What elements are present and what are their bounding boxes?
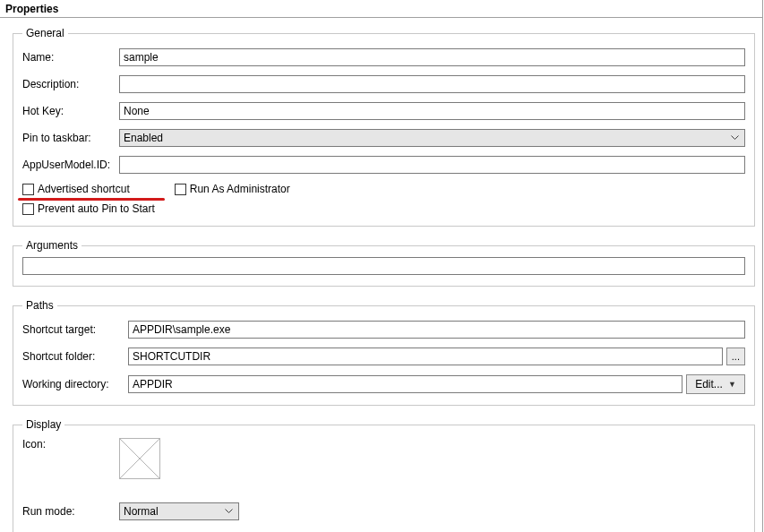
arguments-legend: Arguments [22, 239, 82, 252]
description-label: Description: [22, 78, 119, 90]
run-as-admin-checkbox[interactable]: Run As Administrator [175, 183, 290, 195]
shortcut-target-label: Shortcut target: [22, 323, 128, 336]
prevent-pin-label: Prevent auto Pin to Start [38, 202, 155, 215]
shortcut-folder-label: Shortcut folder: [22, 350, 128, 363]
appid-label: AppUserModel.ID: [22, 159, 119, 171]
shortcut-folder-input[interactable] [128, 348, 723, 365]
properties-panel: Properties General Name: Description: Ho… [0, 0, 763, 532]
dropdown-arrow-icon: ▼ [728, 380, 736, 389]
edit-button-label: Edit... [695, 378, 723, 390]
shortcut-target-input[interactable] [128, 321, 745, 339]
pin-select-value: Enabled [124, 132, 163, 144]
appusermodelid-input[interactable] [119, 156, 745, 174]
checkbox-icon [22, 203, 34, 215]
browse-folder-button[interactable]: ... [726, 348, 745, 365]
arguments-group: Arguments [13, 239, 755, 287]
hotkey-label: Hot Key: [22, 105, 119, 117]
run-as-admin-label: Run As Administrator [190, 183, 290, 195]
general-legend: General [22, 27, 68, 39]
checkbox-icon [175, 184, 186, 195]
working-directory-label: Working directory: [22, 378, 128, 390]
working-directory-input[interactable] [128, 375, 682, 393]
advertised-shortcut-label: Advertised shortcut [38, 183, 130, 195]
paths-group: Paths Shortcut target: Shortcut folder: … [13, 299, 755, 406]
panel-title: Properties [0, 0, 762, 18]
checkbox-icon [22, 184, 34, 195]
general-group: General Name: Description: Hot Key: [13, 27, 755, 227]
paths-legend: Paths [22, 299, 57, 312]
icon-placeholder[interactable] [119, 438, 160, 479]
arguments-input[interactable] [22, 257, 745, 275]
description-input[interactable] [119, 75, 745, 93]
chevron-down-icon [731, 135, 739, 141]
chevron-down-icon [225, 509, 233, 514]
name-input[interactable] [119, 48, 745, 66]
edit-working-directory-button[interactable]: Edit... ▼ [686, 374, 745, 394]
highlight-underline [18, 198, 165, 201]
ellipsis-icon: ... [732, 351, 740, 362]
run-mode-value: Normal [124, 505, 159, 518]
hotkey-input[interactable] [119, 102, 745, 120]
pin-to-taskbar-select[interactable]: Enabled [119, 129, 745, 147]
display-legend: Display [22, 418, 64, 431]
panel-content: General Name: Description: Hot Key: [0, 18, 762, 532]
display-group: Display Icon: Run mode: Normal [13, 418, 755, 532]
name-label: Name: [22, 51, 119, 64]
icon-label: Icon: [22, 438, 119, 450]
advertised-shortcut-checkbox[interactable]: Advertised shortcut [22, 183, 130, 195]
runmode-label: Run mode: [22, 505, 119, 518]
pin-label: Pin to taskbar: [22, 132, 119, 144]
run-mode-select[interactable]: Normal [119, 502, 239, 520]
prevent-pin-checkbox[interactable]: Prevent auto Pin to Start [22, 202, 155, 215]
